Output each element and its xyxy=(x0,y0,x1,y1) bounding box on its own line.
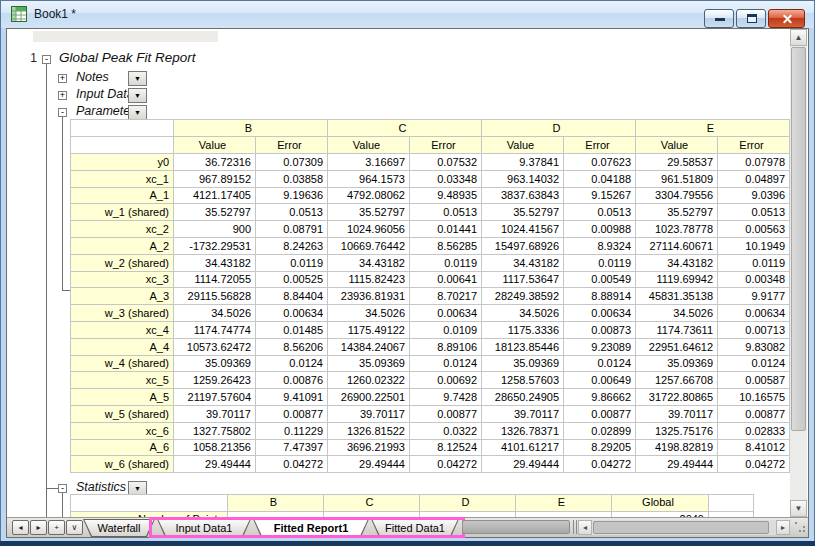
parameter-value-cell: 8.29205 xyxy=(564,439,636,456)
parameter-label: w_1 (shared) xyxy=(71,204,174,221)
parameter-value-cell: 0.07978 xyxy=(718,154,790,171)
parameter-value-cell: 8.56285 xyxy=(410,237,482,254)
report-expand-toggle[interactable]: - xyxy=(42,55,51,64)
parameter-value-cell: 4792.08062 xyxy=(328,187,410,204)
parameter-value-cell: 8.41012 xyxy=(718,439,790,456)
statistics-expand-toggle[interactable]: - xyxy=(58,484,67,493)
parameter-label: xc_5 xyxy=(71,372,174,389)
section-label-notes: Notes xyxy=(76,70,109,84)
parameter-value-cell: 0.00563 xyxy=(718,221,790,238)
parameter-value-cell: 35.09369 xyxy=(636,355,718,372)
parameter-value-cell: 963.14032 xyxy=(482,170,564,187)
parameter-value-cell: 1119.69942 xyxy=(636,271,718,288)
worksheet-icon xyxy=(11,6,27,22)
parameter-value-cell: 0.04272 xyxy=(564,456,636,473)
restore-button[interactable] xyxy=(736,9,766,28)
parameter-value-cell: 8.24263 xyxy=(256,237,328,254)
column-group-header: B xyxy=(174,120,328,137)
parameter-row: A_14121.174059.196364792.080629.48935383… xyxy=(71,187,790,204)
scroll-down-button[interactable]: ▼ xyxy=(790,500,807,517)
sheet-tab-input-data1[interactable]: Input Data1 xyxy=(157,519,251,537)
parameter-row: w_1 (shared)35.527970.051335.527970.0513… xyxy=(71,204,790,221)
params-corner-cell xyxy=(71,120,174,137)
sheet-list-button[interactable]: ∨ xyxy=(66,520,83,535)
vertical-scrollbar[interactable]: ▲ ▼ xyxy=(790,29,807,517)
parameter-label: A_1 xyxy=(71,187,174,204)
hscroll-left-button[interactable]: ◂ xyxy=(578,520,592,535)
minimize-button[interactable] xyxy=(704,9,734,28)
scroll-tabs-left-button[interactable]: ◂ xyxy=(12,520,29,535)
parameter-value-cell: -1732.29531 xyxy=(174,237,256,254)
parameter-value-cell: 0.00877 xyxy=(256,405,328,422)
input-data-expand-toggle[interactable]: + xyxy=(58,91,67,100)
parameter-value-cell: 967.89152 xyxy=(174,170,256,187)
parameter-value-cell: 35.52797 xyxy=(328,204,410,221)
parameter-row: w_6 (shared)29.494440.0427229.494440.042… xyxy=(71,456,790,473)
parameter-value-cell: 0.04897 xyxy=(718,170,790,187)
horizontal-scrollbar-thumb[interactable] xyxy=(593,521,769,534)
parameter-row: w_3 (shared)34.50260.0063434.50260.00634… xyxy=(71,305,790,322)
parameter-value-cell: 0.00634 xyxy=(564,305,636,322)
parameter-row: xc_41174.747740.014851175.491220.0109117… xyxy=(71,321,790,338)
parameter-value-cell: 4101.61217 xyxy=(482,439,564,456)
parameters-dropdown[interactable]: ▼ xyxy=(128,105,147,120)
add-sheet-button[interactable]: + xyxy=(48,520,65,535)
workspace-edge xyxy=(0,541,815,546)
parameter-value-cell: 0.00988 xyxy=(564,221,636,238)
parameter-value-cell: 9.48935 xyxy=(410,187,482,204)
tab-splitter[interactable] xyxy=(576,520,577,534)
parameter-value-cell: 39.70117 xyxy=(174,405,256,422)
parameter-value-cell: 0.00634 xyxy=(718,305,790,322)
stats-column-header: C xyxy=(324,495,420,512)
parameter-value-cell: 1024.41567 xyxy=(482,221,564,238)
parameter-value-cell: 0.0119 xyxy=(256,254,328,271)
scroll-up-button[interactable]: ▲ xyxy=(790,29,807,46)
parameter-value-cell: 1115.82423 xyxy=(328,271,410,288)
sheet-tab-fitted-data1[interactable]: Fitted Data1 xyxy=(371,519,459,537)
tab-splitter[interactable] xyxy=(573,520,574,534)
subheader-cell: Error xyxy=(718,137,790,154)
sheet-tab-label: Fitted Report1 xyxy=(253,520,369,536)
parameter-value-cell: 26900.22501 xyxy=(328,389,410,406)
parameter-value-cell: 0.00876 xyxy=(256,372,328,389)
parameter-value-cell: 0.04272 xyxy=(256,456,328,473)
parameter-value-cell: 9.86662 xyxy=(564,389,636,406)
parameter-value-cell: 29115.56828 xyxy=(174,288,256,305)
scroll-tabs-right-button[interactable]: ▸ xyxy=(30,520,47,535)
sheet-tab-waterfall[interactable]: Waterfall xyxy=(83,519,155,537)
parameter-value-cell: 0.0124 xyxy=(410,355,482,372)
parameter-label: w_5 (shared) xyxy=(71,405,174,422)
parameter-value-cell: 35.52797 xyxy=(636,204,718,221)
horizontal-scrollbar[interactable] xyxy=(592,520,776,535)
parameter-value-cell: 28249.38592 xyxy=(482,288,564,305)
hscroll-right-button[interactable]: ▸ xyxy=(776,520,790,535)
close-button[interactable] xyxy=(768,9,805,28)
subheader-cell: Value xyxy=(636,137,718,154)
parameter-value-cell: 0.03348 xyxy=(410,170,482,187)
stats-trailing-cell xyxy=(709,495,754,512)
parameter-value-cell: 900 xyxy=(174,221,256,238)
parameter-value-cell: 0.00348 xyxy=(718,271,790,288)
notes-dropdown[interactable]: ▼ xyxy=(128,71,147,86)
parameter-value-cell: 28650.24905 xyxy=(482,389,564,406)
parameter-value-cell: 9.19636 xyxy=(256,187,328,204)
parameter-value-cell: 1058.21356 xyxy=(174,439,256,456)
parameters-expand-toggle[interactable]: - xyxy=(58,108,67,117)
parameter-row: w_5 (shared)39.701170.0087739.701170.008… xyxy=(71,405,790,422)
parameter-label: A_6 xyxy=(71,439,174,456)
row-number: 1 xyxy=(21,51,37,65)
parameter-value-cell: 0.01441 xyxy=(410,221,482,238)
minimize-icon xyxy=(715,18,725,21)
parameter-value-cell: 0.04272 xyxy=(718,456,790,473)
parameter-value-cell: 0.0124 xyxy=(718,355,790,372)
parameter-value-cell: 29.49444 xyxy=(174,456,256,473)
parameter-value-cell: 0.00641 xyxy=(410,271,482,288)
parameter-label: w_2 (shared) xyxy=(71,254,174,271)
column-group-header: C xyxy=(328,120,482,137)
input-data-dropdown[interactable]: ▼ xyxy=(128,88,147,103)
resize-grip[interactable] xyxy=(795,522,807,534)
notes-expand-toggle[interactable]: + xyxy=(58,74,67,83)
sheet-tab-fitted-report1[interactable]: Fitted Report1 xyxy=(253,519,369,537)
vertical-scrollbar-thumb[interactable] xyxy=(791,47,806,431)
parameter-label: w_3 (shared) xyxy=(71,305,174,322)
